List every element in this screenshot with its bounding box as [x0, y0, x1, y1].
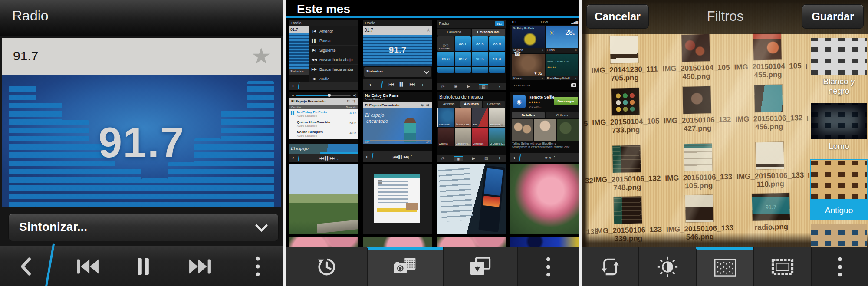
mini-station-tile: 89.7: [455, 52, 471, 66]
mini-album-label: Business C...: [490, 123, 505, 126]
tune-dropdown[interactable]: Sintonizar...: [8, 214, 279, 241]
gallery-thumb-screen-photo[interactable]: [437, 164, 506, 234]
gallery-thumb-homescreen[interactable]: ▮ ✈ 13:25 ▂▄▆ No Estoy En Paris Música× …: [510, 20, 580, 90]
frequency-value: 91.7: [13, 49, 38, 63]
thumb-frequency: 91.7: [289, 26, 309, 33]
gallery-thumb-roses-2[interactable]: [363, 237, 432, 247]
gallery-thumb-music-library[interactable]: Biblioteca de música Artistas Álbumes Gé…: [437, 92, 506, 162]
filter-sidebar: Blanco y negroLomoAntiguo: [810, 0, 868, 247]
gallery-thumb-radio-main[interactable]: Radio 91.7 ★ 91.7 Sintonizar... ‹ |◀◀▌▌▶…: [363, 20, 432, 90]
mini-menu-label: Siguiente: [319, 48, 336, 53]
filter-label: Antiguo: [810, 201, 868, 220]
filter-option-lomo[interactable]: Lomo: [810, 103, 868, 152]
station-grid: ((•))Sintonizar88.188.588.989.389.790.59…: [437, 36, 505, 73]
mini-album-label: Álvaro Scar...: [456, 123, 471, 126]
mini-album-label: Desiertos: [473, 142, 483, 145]
mini-tune-label: Sintonizar: [289, 69, 309, 75]
recent-tab[interactable]: [286, 247, 367, 286]
equalizer-column: [168, 162, 194, 207]
panel-divider: [579, 0, 582, 286]
mini-menu-label: Buscar hacia arriba: [319, 67, 353, 72]
save-button[interactable]: Guardar: [802, 4, 864, 29]
albums-tab[interactable]: [443, 247, 517, 286]
mini-menu-label: Buscar hacia abajo: [319, 58, 353, 62]
antenna-icon: ((•)): [443, 43, 448, 47]
gallery-thumb-roses-3[interactable]: [437, 237, 506, 247]
gallery-thumb-garden-photo[interactable]: [289, 164, 358, 234]
mini-album-label: Bad: [473, 123, 477, 126]
gallery-thumb-music-video[interactable]: No Estoy En Paris Álvaro Scaramelli El E…: [363, 92, 432, 162]
mini-playing-icon: ▌▌: [291, 111, 295, 115]
mini-album-cover: Cinema: [438, 128, 454, 146]
mini-station-tile: 88.5: [472, 36, 488, 51]
phone-icon: ☎: [514, 50, 580, 90]
next-button[interactable]: [188, 258, 212, 275]
mini-station-tile-partial: [489, 67, 506, 73]
gallery-thumb-radio-stations[interactable]: Radio 91.7 Favoritos Emisoras loc. ((•))…: [437, 20, 506, 90]
mini-album-row: CinemaCanciones...DesiertosEl Espejo E..…: [438, 128, 505, 146]
panel-divider: [283, 0, 286, 286]
frames-tool[interactable]: [753, 247, 811, 286]
overflow-menu-icon[interactable]: [811, 247, 868, 286]
back-button[interactable]: [19, 257, 31, 276]
volume-down-icon: ◄: [291, 94, 294, 97]
mini-tune-tile: ((•))Sintonizar: [437, 36, 454, 51]
mini-radio-icon: ▤: [479, 84, 488, 89]
mini-station-tile-partial: [472, 67, 488, 73]
favorite-star-icon[interactable]: ★: [251, 42, 271, 70]
gallery-thumb-radio-menu[interactable]: Radio 91.7 Sintonizar |◀Anterior▌▌Pausa▶…: [289, 20, 358, 90]
enhance-tool[interactable]: [638, 247, 696, 286]
volume-slider: [296, 95, 351, 96]
gallery-thumb-tweet-screenshot[interactable]: [363, 164, 432, 234]
mini-album-row: AusenciaÁlvaro Scar...BadBusiness C...: [438, 108, 505, 127]
mini-menu-icon: ◀◀: [309, 58, 319, 62]
mini-track-artist: Álvaro Scaramelli: [297, 115, 317, 117]
mini-station-tile-partial: [437, 67, 454, 73]
mini-album-cover: Álvaro Scar...: [455, 108, 471, 127]
overflow-menu-icon[interactable]: [256, 256, 260, 277]
mini-menu-icon: ▌▌: [309, 39, 319, 43]
mini-album-label: Canciones...: [456, 142, 470, 145]
camera-roll-tab[interactable]: [367, 247, 443, 286]
filters-tool[interactable]: [696, 247, 753, 286]
filter-option-blanco-y-negro[interactable]: Blanco y negro: [810, 38, 868, 97]
mini-playlist-icon: ▶: [472, 156, 475, 161]
mini-track-duration: 5:02: [349, 121, 356, 125]
mini-station-tile: 88.1: [455, 36, 471, 51]
overflow-menu-icon[interactable]: [517, 247, 579, 286]
filters-panel: IMG_20141230_111705.pngIMG_20150104_1054…: [582, 0, 868, 286]
mini-overflow-icon: ⋮: [497, 84, 501, 89]
accent-line: [286, 16, 579, 18]
mini-camera-icon: ◉: [454, 156, 463, 161]
app-icon: ◉: [513, 95, 526, 108]
gallery-thumb-roses-1[interactable]: [289, 237, 358, 247]
mini-station-tile-partial: [455, 67, 471, 73]
radio-panel: Radio 91.7 ★ 91.7 Sintonizar...: [0, 0, 283, 286]
repeat-shuffle-icons: ⇆ ⇉: [421, 103, 430, 107]
gallery-thumb-rose-photo[interactable]: [510, 164, 580, 234]
mini-back-icon: ‹: [292, 83, 294, 89]
equalizer-column: [115, 168, 141, 207]
pause-button[interactable]: [137, 257, 150, 276]
transform-tool[interactable]: [582, 247, 638, 286]
filters-header: Cancelar Filtros Guardar: [582, 0, 868, 34]
mini-album-cover: Business C...: [489, 108, 505, 127]
filter-option-antiguo[interactable]: Antiguo: [810, 159, 868, 220]
page-title: Radio: [12, 8, 49, 24]
filter-preview: [810, 159, 868, 201]
gallery-thumb-music-playlist[interactable]: ◄◄) El Espejo Encantado⇆ ⇉ Canción Durac…: [289, 92, 358, 162]
mini-menu-item: ▶|Siguiente: [309, 46, 358, 55]
radio-header: Radio: [0, 0, 283, 36]
screenshot-collage: Radio 91.7 ★ 91.7 Sintonizar...: [0, 0, 868, 286]
mini-track-duration: 4:37: [349, 131, 356, 135]
gallery-title: Este mes: [297, 2, 350, 16]
gallery-thumb-appworld[interactable]: ◉ Remote Selfie ★★★★★ 142 Com... Descarg…: [510, 92, 580, 162]
filter-preview: [811, 103, 867, 139]
mini-track-title: No Me Busques: [297, 130, 323, 134]
status-time: 13:25: [540, 20, 548, 25]
mini-menu-label: Anterior: [319, 29, 333, 33]
mini-track-row: ▌▌No Estoy En ParisÁlvaro Scaramelli4:16: [289, 109, 358, 119]
previous-button[interactable]: [76, 258, 99, 275]
gallery-thumb-aquarium[interactable]: [510, 237, 580, 247]
equalizer-display: 91.7: [2, 75, 281, 207]
